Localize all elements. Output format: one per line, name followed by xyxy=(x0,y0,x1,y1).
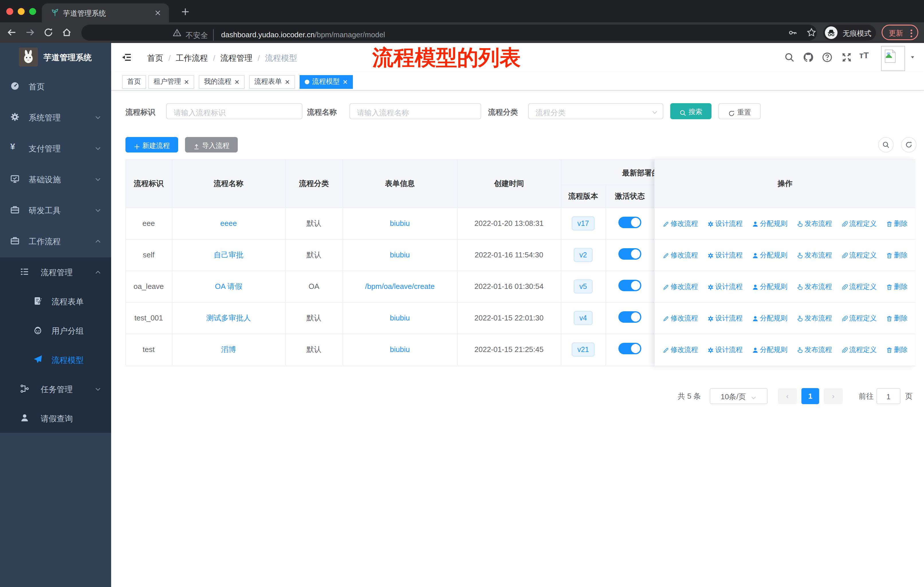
form-link[interactable]: biubiu xyxy=(390,345,409,354)
browser-tab[interactable]: 芋道管理系统 xyxy=(42,3,169,22)
action-delete[interactable]: 删除 xyxy=(886,220,908,227)
action-design[interactable]: 设计流程 xyxy=(707,251,743,259)
collapse-sidebar-icon[interactable] xyxy=(121,52,132,63)
action-publish[interactable]: 发布流程 xyxy=(797,220,832,227)
active-toggle[interactable] xyxy=(619,248,641,260)
action-definition[interactable]: 流程定义 xyxy=(841,346,877,354)
process-name-link[interactable]: 滔博 xyxy=(221,345,236,354)
tag-tenant[interactable]: 租户管理✕ xyxy=(148,75,194,89)
url-text[interactable]: dashboard.yudao.iocoder.cn/bpm/manager/m… xyxy=(221,30,385,39)
active-toggle[interactable] xyxy=(619,343,641,354)
sidebar-item-user-group[interactable]: 用户分组 xyxy=(0,316,111,345)
active-toggle[interactable] xyxy=(619,311,641,323)
goto-page-input[interactable]: 1 xyxy=(876,388,901,404)
action-design[interactable]: 设计流程 xyxy=(707,346,743,354)
macos-zoom-button[interactable] xyxy=(29,8,36,15)
sidebar-item-workflow[interactable]: 工作流程 xyxy=(0,225,111,256)
action-design[interactable]: 设计流程 xyxy=(707,314,743,322)
action-definition[interactable]: 流程定义 xyxy=(841,314,877,322)
fullscreen-icon[interactable] xyxy=(842,52,852,63)
tag-my-process[interactable]: 我的流程✕ xyxy=(199,75,244,89)
tab-close-icon[interactable] xyxy=(154,9,162,17)
action-edit[interactable]: 修改流程 xyxy=(663,220,698,227)
process-name-link[interactable]: 测试多审批人 xyxy=(206,314,251,322)
form-link[interactable]: biubiu xyxy=(390,314,409,322)
sidebar-item-infra[interactable]: 基础设施 xyxy=(0,164,111,194)
tag-process-form[interactable]: 流程表单✕ xyxy=(249,75,295,89)
action-definition[interactable]: 流程定义 xyxy=(841,251,877,259)
import-process-button[interactable]: 导入流程 xyxy=(185,137,238,152)
active-toggle[interactable] xyxy=(619,217,641,228)
action-delete[interactable]: 删除 xyxy=(886,251,908,259)
macos-close-button[interactable] xyxy=(6,8,13,15)
action-delete[interactable]: 删除 xyxy=(886,283,908,290)
sidebar-item-system[interactable]: 系统管理 xyxy=(0,101,111,132)
page-size-select[interactable]: 10条/页 xyxy=(710,388,767,404)
action-delete[interactable]: 删除 xyxy=(886,346,908,354)
sidebar-item-process-model[interactable]: 流程模型 xyxy=(0,345,111,374)
prev-page-button[interactable]: ‹ xyxy=(778,388,797,404)
action-edit[interactable]: 修改流程 xyxy=(663,283,698,290)
key-icon[interactable] xyxy=(788,28,797,37)
action-definition[interactable]: 流程定义 xyxy=(841,220,877,227)
search-icon[interactable] xyxy=(784,52,795,63)
process-name-link[interactable]: eeee xyxy=(220,219,237,228)
action-design[interactable]: 设计流程 xyxy=(707,220,743,227)
action-assign[interactable]: 分配规则 xyxy=(752,346,787,354)
action-publish[interactable]: 发布流程 xyxy=(797,314,832,322)
security-label[interactable]: 不安全 xyxy=(186,30,208,40)
breadcrumb-home[interactable]: 首页 xyxy=(147,54,163,63)
action-edit[interactable]: 修改流程 xyxy=(663,314,698,322)
filter-name-input[interactable]: 请输入流程名称 xyxy=(350,103,481,119)
sidebar-item-process-form[interactable]: 流程表单 xyxy=(0,287,111,316)
next-page-button[interactable]: › xyxy=(824,388,843,404)
page-number-1[interactable]: 1 xyxy=(802,388,819,404)
close-icon[interactable]: ✕ xyxy=(184,79,189,86)
sidebar-item-process-mgmt[interactable]: 流程管理 xyxy=(0,257,111,287)
breadcrumb-process-mgmt[interactable]: 流程管理 xyxy=(221,54,252,63)
bookmark-star-icon[interactable] xyxy=(807,28,816,37)
browser-menu-icon[interactable] xyxy=(911,30,912,38)
action-design[interactable]: 设计流程 xyxy=(707,283,743,290)
search-button[interactable]: 搜索 xyxy=(670,103,711,119)
form-link[interactable]: biubiu xyxy=(390,219,409,228)
sidebar-item-leave-query[interactable]: 请假查询 xyxy=(0,403,111,433)
process-name-link[interactable]: OA 请假 xyxy=(215,282,242,291)
font-size-icon[interactable]: тT xyxy=(859,50,870,61)
tag-home[interactable]: 首页 xyxy=(122,75,146,89)
caret-down-icon[interactable] xyxy=(910,55,916,60)
action-edit[interactable]: 修改流程 xyxy=(663,346,698,354)
action-delete[interactable]: 删除 xyxy=(886,314,908,322)
breadcrumb-workflow[interactable]: 工作流程 xyxy=(176,54,208,63)
macos-minimize-button[interactable] xyxy=(18,8,25,15)
close-icon[interactable]: ✕ xyxy=(234,79,239,86)
form-link[interactable]: biubiu xyxy=(390,251,409,259)
reset-button[interactable]: 重置 xyxy=(718,103,761,119)
close-icon[interactable]: ✕ xyxy=(285,79,290,86)
action-publish[interactable]: 发布流程 xyxy=(797,283,832,290)
action-assign[interactable]: 分配规则 xyxy=(752,314,787,322)
sidebar-item-home[interactable]: 首页 xyxy=(0,71,111,101)
process-name-link[interactable]: 自己审批 xyxy=(214,251,243,259)
create-process-button[interactable]: 新建流程 xyxy=(125,137,178,152)
filter-category-select[interactable]: 流程分类 xyxy=(528,103,663,119)
action-assign[interactable]: 分配规则 xyxy=(752,220,787,227)
action-publish[interactable]: 发布流程 xyxy=(797,251,832,259)
close-icon[interactable]: ✕ xyxy=(343,79,348,86)
tag-process-model[interactable]: 流程模型✕ xyxy=(300,75,353,89)
action-definition[interactable]: 流程定义 xyxy=(841,283,877,290)
github-icon[interactable] xyxy=(803,52,813,63)
active-toggle[interactable] xyxy=(619,280,641,291)
sidebar-item-payment[interactable]: ¥ 支付管理 xyxy=(0,132,111,164)
form-link[interactable]: /bpm/oa/leave/create xyxy=(365,282,435,291)
action-assign[interactable]: 分配规则 xyxy=(752,251,787,259)
refresh-table-button[interactable] xyxy=(901,137,917,152)
home-icon[interactable] xyxy=(62,28,72,37)
filter-key-input[interactable]: 请输入流程标识 xyxy=(166,103,302,119)
update-button[interactable]: 更新 xyxy=(882,25,918,40)
action-publish[interactable]: 发布流程 xyxy=(797,346,832,354)
avatar[interactable] xyxy=(881,46,905,71)
new-tab-icon[interactable] xyxy=(181,7,190,16)
sidebar-item-devtools[interactable]: 研发工具 xyxy=(0,194,111,225)
help-icon[interactable] xyxy=(822,52,832,63)
